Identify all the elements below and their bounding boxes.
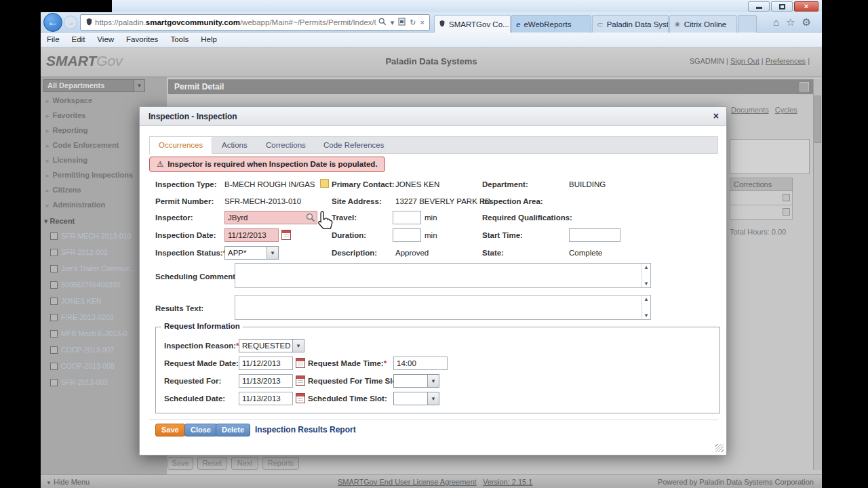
recent-item[interactable]: COCP-2013-007 xyxy=(50,346,114,354)
tab-corrections[interactable]: Corrections xyxy=(257,137,315,154)
eula-link[interactable]: SMARTGov End User License Agreement xyxy=(338,478,477,486)
menu-file[interactable]: File xyxy=(41,33,66,46)
menu-favorites[interactable]: Favorites xyxy=(120,33,164,46)
tab-paladin[interactable]: ⊂ Paladin Data Syst... xyxy=(592,15,669,33)
sidebar-item-workspace[interactable]: ▸Workspace xyxy=(46,96,92,104)
bg-reset-button[interactable]: Reset xyxy=(197,457,227,470)
close-button[interactable]: Close xyxy=(184,424,217,436)
scroll-up-icon[interactable]: ▲ xyxy=(642,296,650,302)
page-scrollbar[interactable] xyxy=(813,79,822,470)
sidebar-item-citizens[interactable]: ▸Citizens xyxy=(46,186,81,194)
sidebar-recent-header[interactable]: ▾ Recent xyxy=(44,217,75,226)
tab-citrix[interactable]: ✳ Citrix Online xyxy=(669,15,737,33)
resize-grip[interactable] xyxy=(715,444,724,452)
inspection-status-select[interactable]: APP* ▾ xyxy=(224,246,279,260)
sidebar-item-administration[interactable]: ▸Administration xyxy=(46,201,105,209)
search-icon[interactable] xyxy=(378,18,387,27)
request-made-time-input[interactable] xyxy=(393,357,448,370)
recent-item[interactable]: 500562766400300 xyxy=(50,281,121,289)
menu-help[interactable]: Help xyxy=(195,33,223,46)
inspection-results-report-link[interactable]: Inspection Results Report xyxy=(255,425,356,434)
checkbox-icon[interactable] xyxy=(783,194,790,201)
back-button[interactable]: ← xyxy=(43,13,62,32)
textarea-scrollbar[interactable]: ▲▼ xyxy=(642,296,650,319)
minimize-button[interactable] xyxy=(748,1,770,12)
mouse-hand-cursor xyxy=(315,210,335,232)
search-dropdown-icon[interactable]: ▾ xyxy=(391,18,395,27)
requested-for-slot-select[interactable]: ▾ xyxy=(393,374,439,388)
sidebar-item-licensing[interactable]: ▸Licensing xyxy=(46,156,87,164)
sidebar-item-favorites[interactable]: ▸Favorites xyxy=(46,111,85,119)
cycles-link[interactable]: Cycles xyxy=(775,106,797,114)
calendar-icon[interactable] xyxy=(281,230,291,240)
request-made-date-input[interactable] xyxy=(239,357,293,370)
menu-view[interactable]: View xyxy=(91,33,120,46)
department-filter-select[interactable]: All Departments ▾ xyxy=(43,79,145,92)
recent-item[interactable]: COOP-2013-008 xyxy=(50,362,115,370)
checkbox-icon[interactable] xyxy=(783,208,790,216)
tab-code-references[interactable]: Code References xyxy=(315,137,393,154)
scroll-down-icon[interactable]: ▼ xyxy=(642,281,650,287)
recent-item[interactable]: MFR Mech E-2013-0 xyxy=(50,329,127,338)
scroll-down-icon[interactable]: ▼ xyxy=(642,312,650,319)
duration-input[interactable] xyxy=(393,228,421,242)
sidebar-item-permitting-inspections[interactable]: ▸Permitting Inspections xyxy=(46,171,133,179)
sidebar-item-reporting[interactable]: ▸Reporting xyxy=(46,126,87,134)
tab-smartgov[interactable]: SMARTGov Co... × xyxy=(434,15,511,33)
inspection-date-input[interactable] xyxy=(224,228,279,242)
recent-item[interactable]: JONES KEN xyxy=(50,297,102,305)
note-icon[interactable] xyxy=(320,179,329,188)
results-text-textarea[interactable]: ▲▼ xyxy=(235,295,651,320)
gear-icon[interactable]: ⚙ xyxy=(802,16,818,28)
new-tab-stub[interactable] xyxy=(738,15,757,33)
travel-input[interactable] xyxy=(393,211,421,224)
refresh-icon[interactable]: ↻ xyxy=(410,18,416,27)
home-icon[interactable]: ⌂ xyxy=(773,16,786,28)
hide-menu-link[interactable]: ▼ Hide Menu xyxy=(46,478,90,486)
address-bar[interactable]: https://paladin.smartgovcommunity.com/we… xyxy=(80,14,430,30)
scroll-up-icon[interactable]: ▲ xyxy=(642,264,650,270)
scheduled-date-input[interactable] xyxy=(239,392,293,405)
restore-button[interactable] xyxy=(771,1,793,12)
tab-occurrences[interactable]: Occurrences xyxy=(150,137,212,154)
close-window-button[interactable]: × xyxy=(794,1,818,12)
preferences-link[interactable]: Preferences xyxy=(766,57,806,65)
favorites-star-icon[interactable]: ☆ xyxy=(786,16,802,28)
recent-item[interactable]: SFR-MECH-2013-010 xyxy=(50,232,131,240)
recent-item[interactable]: Joe's Trailer Commun... xyxy=(50,264,136,272)
version-link[interactable]: Version: 2.15.1 xyxy=(483,478,532,486)
recent-item[interactable]: SFR-2012-002 xyxy=(50,248,108,256)
bg-next-button[interactable]: Next xyxy=(231,457,258,470)
inspector-input[interactable] xyxy=(224,211,317,224)
documents-link[interactable]: Documents xyxy=(731,106,769,114)
scrollbar-thumb[interactable] xyxy=(814,96,821,143)
calendar-icon[interactable] xyxy=(296,393,305,403)
delete-button[interactable]: Delete xyxy=(216,424,250,436)
panel-icon[interactable] xyxy=(800,82,809,92)
inspection-reason-select[interactable]: REQUESTED ▾ xyxy=(239,339,304,352)
sidebar-item-code-enforcement[interactable]: ▸Code Enforcement xyxy=(46,141,119,149)
menu-tools[interactable]: Tools xyxy=(164,33,195,46)
lookup-magnifier-icon[interactable] xyxy=(306,213,315,225)
calendar-icon[interactable] xyxy=(296,375,305,386)
start-time-input[interactable] xyxy=(569,228,620,242)
compatibility-view-icon[interactable] xyxy=(398,18,406,27)
sign-out-link[interactable]: Sign Out xyxy=(730,57,760,65)
bg-save-button[interactable]: Save xyxy=(167,457,193,470)
textarea-scrollbar[interactable]: ▲▼ xyxy=(642,264,650,287)
requested-for-input[interactable] xyxy=(239,374,293,388)
tab-ewebreports[interactable]: e eWebReports xyxy=(511,15,591,33)
calendar-icon[interactable] xyxy=(296,358,305,368)
dialog-titlebar[interactable]: Inspection - Inspection × xyxy=(140,107,726,126)
recent-item[interactable]: FIRE-2013-0203 xyxy=(50,313,114,321)
stop-icon[interactable]: × xyxy=(420,18,425,26)
close-icon[interactable]: × xyxy=(713,110,719,121)
bg-reports-button[interactable]: Reports xyxy=(262,457,299,470)
recent-item[interactable]: SFR-2013-003 xyxy=(50,378,108,386)
save-button[interactable]: Save xyxy=(155,424,185,436)
menu-edit[interactable]: Edit xyxy=(66,33,92,46)
scheduled-slot-select[interactable]: ▾ xyxy=(393,392,439,405)
forward-button[interactable]: → xyxy=(64,16,77,29)
scheduling-comment-textarea[interactable]: ▲▼ xyxy=(235,263,651,288)
tab-actions[interactable]: Actions xyxy=(213,137,256,154)
